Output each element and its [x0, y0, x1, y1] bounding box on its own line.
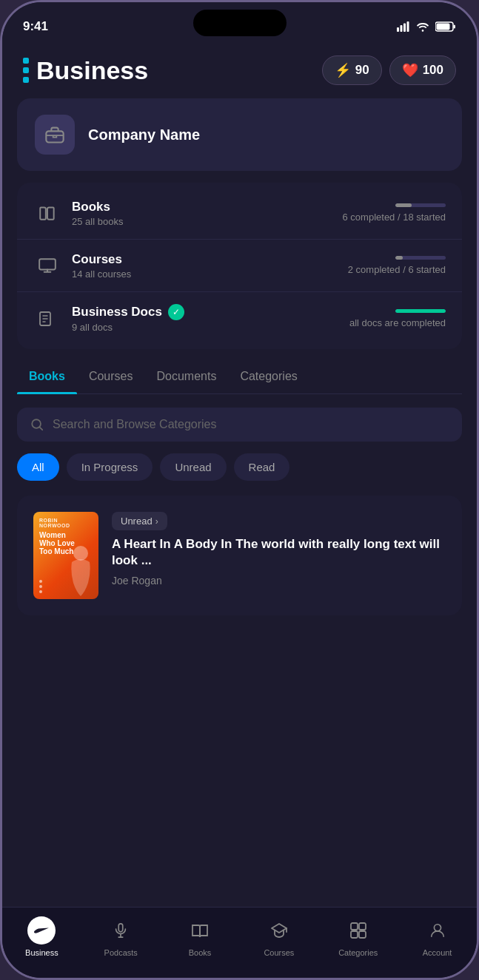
svg-point-11	[73, 546, 88, 561]
filter-read[interactable]: Read	[234, 453, 290, 481]
tab-courses[interactable]: Courses	[77, 361, 145, 393]
book-info: Unread › A Heart In A Body In The world …	[112, 512, 446, 587]
signal-icon	[397, 21, 410, 32]
tab-categories[interactable]: Categories	[228, 361, 309, 393]
book-dots	[39, 580, 42, 593]
book-cover: RobinNorwood WomenWho LoveToo Much	[33, 512, 98, 599]
stats-card: Books 25 all books 6 completed / 18 star…	[17, 183, 462, 349]
nav-item-account[interactable]: Account	[398, 916, 477, 957]
search-icon	[30, 418, 44, 431]
nav-podcasts-label: Podcasts	[104, 948, 138, 957]
filter-all[interactable]: All	[17, 453, 59, 481]
search-bar[interactable]: Search and Browse Categories	[17, 408, 462, 442]
docs-title: Business Docs	[72, 305, 162, 320]
svg-rect-15	[351, 931, 358, 938]
header-dot-1	[23, 58, 29, 64]
courses-icon	[33, 251, 61, 280]
battery-icon	[435, 21, 456, 32]
books-info: Books 25 all books	[72, 200, 332, 227]
stat-row-books[interactable]: Books 25 all books 6 completed / 18 star…	[17, 187, 462, 240]
tab-documents[interactable]: Documents	[144, 361, 228, 393]
header-dot-2	[23, 67, 29, 73]
stat-row-docs[interactable]: Business Docs ✓ 9 all docs all docs are …	[17, 292, 462, 345]
courses-subtitle: 14 all courses	[72, 268, 338, 280]
book-author: Joe Rogan	[112, 575, 446, 587]
filter-pills: All In Progress Unread Read	[17, 453, 462, 481]
energy-value: 90	[355, 63, 369, 78]
company-card[interactable]: Company Name	[17, 98, 462, 171]
book-status-badge[interactable]: Unread ›	[112, 512, 167, 530]
search-placeholder: Search and Browse Categories	[53, 418, 216, 431]
docs-icon	[33, 305, 61, 333]
books-progress-fill	[395, 203, 412, 207]
svg-rect-12	[118, 924, 123, 932]
books-subtitle: 25 all books	[72, 216, 332, 227]
nav-item-podcasts[interactable]: Podcasts	[81, 916, 161, 957]
user-icon	[429, 922, 446, 939]
courses-stats: 2 completed / 6 started	[348, 256, 446, 275]
nav-account-label: Account	[423, 948, 452, 957]
nav-item-courses[interactable]: Courses	[239, 916, 318, 957]
header: Business ⚡ 90 ❤️ 100	[2, 42, 477, 95]
svg-point-17	[434, 925, 441, 931]
docs-progress-fill	[395, 309, 446, 313]
courses-title: Courses	[72, 252, 338, 267]
svg-rect-1	[401, 25, 403, 32]
page-title: Business	[36, 56, 148, 85]
docs-subtitle: 9 all docs	[72, 322, 339, 333]
health-icon: ❤️	[402, 62, 418, 78]
svg-rect-14	[359, 923, 366, 930]
search-container: Search and Browse Categories	[17, 408, 462, 442]
docs-complete-badge: ✓	[168, 304, 184, 320]
nav-item-categories[interactable]: Categories	[318, 916, 398, 957]
energy-badge: ⚡ 90	[322, 55, 382, 85]
docs-numbers: all docs are completed	[349, 317, 446, 328]
nav-books-icon-wrap	[186, 916, 214, 944]
courses-info: Courses 14 all courses	[72, 252, 338, 280]
health-value: 100	[423, 63, 443, 78]
svg-rect-13	[351, 923, 358, 930]
svg-rect-2	[403, 24, 406, 33]
book-open-icon	[191, 922, 209, 939]
book-status-chevron: ›	[155, 516, 158, 527]
nav-account-icon-wrap	[423, 916, 452, 944]
book-card[interactable]: RobinNorwood WomenWho LoveToo Much	[17, 496, 462, 615]
svg-rect-5	[454, 25, 456, 29]
svg-rect-16	[359, 931, 366, 938]
nav-categories-label: Categories	[338, 948, 378, 957]
header-dot-3	[23, 77, 29, 83]
status-bar: 9:41	[2, 2, 477, 42]
grid-icon	[350, 922, 366, 939]
company-icon-bg	[35, 115, 75, 155]
nav-courses-icon-wrap	[265, 916, 293, 944]
mic-icon	[113, 922, 129, 939]
courses-progress-bar	[395, 256, 446, 260]
courses-progress-fill	[395, 256, 403, 260]
book-title: A Heart In A Body In The world with real…	[112, 536, 446, 569]
docs-progress-bar	[395, 309, 446, 313]
nav-item-books[interactable]: Books	[161, 916, 240, 957]
book-cover-author-text: RobinNorwood	[39, 518, 93, 528]
energy-icon: ⚡	[335, 62, 351, 78]
docs-info: Business Docs ✓ 9 all docs	[72, 304, 339, 333]
svg-rect-8	[39, 259, 56, 269]
books-progress-bar	[395, 203, 446, 207]
company-name: Company Name	[88, 126, 200, 143]
health-badge: ❤️ 100	[389, 55, 456, 85]
wifi-icon	[416, 22, 429, 32]
nike-icon	[34, 923, 49, 938]
header-dots	[23, 58, 29, 83]
filter-unread[interactable]: Unread	[160, 453, 226, 481]
nav-business-label: Business	[25, 948, 58, 957]
scroll-content[interactable]: Business ⚡ 90 ❤️ 100	[2, 42, 477, 907]
phone-frame: 9:41	[0, 0, 479, 980]
nav-item-business[interactable]: Business	[2, 916, 81, 957]
filter-in-progress[interactable]: In Progress	[67, 453, 153, 481]
docs-stats: all docs are completed	[349, 309, 446, 328]
stat-row-courses[interactable]: Courses 14 all courses 2 completed / 6 s…	[17, 240, 462, 292]
book-status-label: Unread	[121, 516, 153, 527]
books-stats: 6 completed / 18 started	[343, 203, 446, 223]
tab-books[interactable]: Books	[17, 361, 77, 393]
header-badges: ⚡ 90 ❤️ 100	[322, 55, 456, 85]
dynamic-island	[193, 10, 287, 36]
